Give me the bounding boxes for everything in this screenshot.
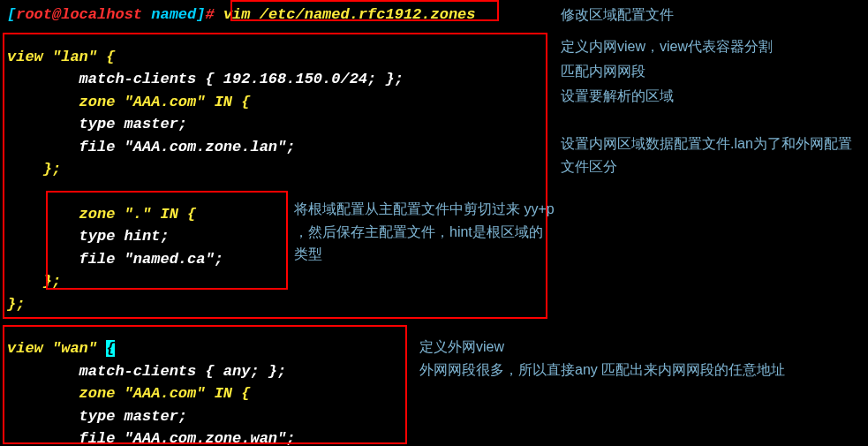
prompt-user: root bbox=[16, 6, 52, 23]
annotation-modify-zone: 修改区域配置文件 bbox=[561, 4, 861, 26]
annotation-root-zone: 将根域配置从主配置文件中剪切过来 yy+p ，然后保存主配置文件，hint是根区… bbox=[294, 198, 555, 266]
prompt-close-bracket: ] bbox=[196, 6, 205, 23]
annotation-lan-file: 设置内网区域数据配置文件.lan为了和外网配置文件区分 bbox=[561, 132, 861, 178]
redbox-command bbox=[230, 0, 499, 21]
prompt-dir: named bbox=[151, 6, 196, 23]
annotation-match-lan: 匹配内网网段 bbox=[561, 60, 861, 83]
annotation-define-wan-view: 定义外网view bbox=[419, 336, 861, 359]
prompt-host: localhost bbox=[61, 6, 151, 23]
annotation-set-zone: 设置要解析的区域 bbox=[561, 85, 861, 108]
prompt-hash: # bbox=[205, 6, 223, 23]
annotation-define-lan-view: 定义内网view，view代表容器分割 bbox=[561, 35, 861, 58]
redbox-wan-view bbox=[3, 325, 407, 444]
prompt-at: @ bbox=[52, 6, 61, 23]
annotation-wan-any: 外网网段很多，所以直接any 匹配出来内网网段的任意地址 bbox=[419, 359, 861, 382]
prompt-open-bracket: [ bbox=[7, 6, 16, 23]
redbox-root-zone bbox=[46, 191, 288, 290]
